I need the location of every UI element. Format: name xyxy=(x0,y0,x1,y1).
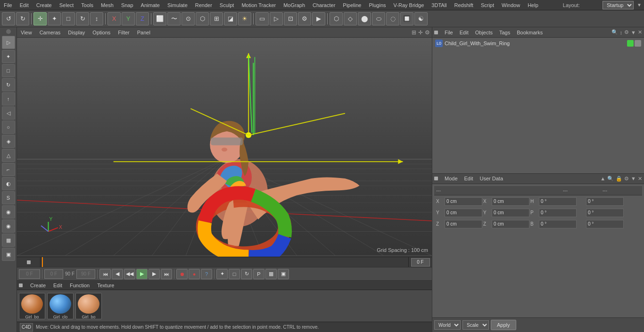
scale-tool-button[interactable]: □ xyxy=(62,12,75,25)
transform-tool-button[interactable]: ↕ xyxy=(90,12,103,25)
coord-z-pos[interactable] xyxy=(445,220,482,228)
sidebar-auto-key[interactable]: ◉ xyxy=(2,219,15,233)
edge-tool-button[interactable]: ◇ xyxy=(344,12,357,25)
attrs-settings-icon[interactable]: ⚙ xyxy=(624,176,629,182)
rotate-tool-button[interactable]: ↻ xyxy=(76,12,89,25)
attrs-mode-btn[interactable]: Mode xyxy=(443,175,460,182)
goto-start-button[interactable]: ⏮ xyxy=(99,269,111,279)
attrs-user-data-btn[interactable]: User Data xyxy=(478,175,505,182)
coord-y-pos[interactable] xyxy=(445,209,482,217)
transport-current-frame[interactable] xyxy=(19,269,40,279)
keyframe-all-button[interactable]: P xyxy=(253,269,264,279)
render-region-button[interactable]: ▭ xyxy=(256,12,269,25)
menu-3dtall[interactable]: 3DTAll xyxy=(428,1,450,9)
sidebar-record[interactable]: ◉ xyxy=(2,205,15,219)
menu-motion-tracker[interactable]: Motion Tracker xyxy=(238,1,280,9)
keyframe-grid-button[interactable]: ▦ xyxy=(265,269,277,279)
menu-redshift[interactable]: Redshift xyxy=(451,1,477,9)
sculpt-button[interactable]: ◌ xyxy=(386,12,399,25)
coord-p2-val[interactable] xyxy=(586,209,624,217)
attrs-edit-btn[interactable]: Edit xyxy=(462,175,475,182)
menu-help[interactable]: Help xyxy=(524,1,542,9)
menu-character[interactable]: Character xyxy=(309,1,339,9)
attrs-lock-icon[interactable]: 🔒 xyxy=(616,176,622,182)
select-tool-button[interactable]: ✛ xyxy=(33,12,47,25)
render-active-button[interactable]: ▷ xyxy=(270,12,283,25)
render-settings-button[interactable]: ⚙ xyxy=(298,12,311,25)
goto-end-button[interactable]: ⏭ xyxy=(161,269,172,279)
vp-maximize-icon[interactable]: ⊞ xyxy=(412,29,416,36)
materials-create-menu[interactable]: Create xyxy=(28,282,48,289)
sidebar-floor[interactable]: ⌐ xyxy=(2,163,15,176)
objects-settings-icon[interactable]: ⚙ xyxy=(624,29,629,35)
keyframe-rotate-button[interactable]: ↻ xyxy=(241,269,252,279)
sidebar-object-mode[interactable]: ○ xyxy=(2,121,15,134)
coord-h-val[interactable] xyxy=(539,197,577,206)
materials-edit-menu[interactable]: Edit xyxy=(51,282,64,289)
menu-file[interactable]: File xyxy=(0,1,16,9)
sidebar-model-mode[interactable]: ◁ xyxy=(2,106,15,120)
viewport-canvas[interactable]: Perspective xyxy=(17,38,432,257)
cube-button[interactable]: ⬜ xyxy=(153,12,166,25)
keyframe-scale-button[interactable]: □ xyxy=(229,269,240,279)
coord-y-rot[interactable] xyxy=(492,209,529,217)
apply-button[interactable]: Apply xyxy=(491,320,516,330)
menu-pipeline[interactable]: Pipeline xyxy=(339,1,365,9)
material-item-2[interactable]: Girl_bo xyxy=(75,293,102,319)
objects-edit-menu[interactable]: Edit xyxy=(458,29,471,36)
menu-sculpt[interactable]: Sculpt xyxy=(216,1,238,9)
menu-window[interactable]: Window xyxy=(498,1,524,9)
vp-move-icon[interactable]: ✛ xyxy=(418,29,423,36)
vp-options-menu[interactable]: Options xyxy=(91,29,112,36)
coord-b-val[interactable] xyxy=(539,220,577,228)
deformer-button[interactable]: ⬡ xyxy=(196,12,209,25)
objects-tags-menu[interactable]: Tags xyxy=(497,29,512,36)
menu-simulate[interactable]: Simulate xyxy=(164,1,191,9)
coord-x-pos[interactable] xyxy=(445,197,482,206)
object-row-0[interactable]: L0 Child_Girl_With_Swim_Ring xyxy=(433,39,643,48)
vp-cameras-menu[interactable]: Cameras xyxy=(38,29,63,36)
light-button[interactable]: ☀ xyxy=(238,12,251,25)
objects-close-icon[interactable]: ✕ xyxy=(638,29,642,35)
toggle-button[interactable]: ☯ xyxy=(414,12,428,25)
menu-select[interactable]: Select xyxy=(56,1,78,9)
play-back-button[interactable]: ◀◀ xyxy=(124,269,135,279)
sidebar-half[interactable]: ◐ xyxy=(2,177,15,190)
step-back-button[interactable]: ◀ xyxy=(112,269,123,279)
objects-menu[interactable]: Objects xyxy=(473,29,495,36)
generator-button[interactable]: ⊙ xyxy=(182,12,195,25)
sidebar-texture-mode[interactable]: ◈ xyxy=(2,135,15,148)
material-item-1[interactable]: Girl_clo xyxy=(47,293,74,319)
scale-dropdown[interactable]: Scale Size xyxy=(462,320,489,330)
camera-button[interactable]: ◪ xyxy=(224,12,237,25)
object-tag-grey-0[interactable] xyxy=(635,40,641,47)
world-dropdown[interactable]: World Local xyxy=(434,320,461,330)
render-to-picture-button[interactable]: ⊡ xyxy=(284,12,297,25)
keyframe-move-button[interactable]: ✦ xyxy=(216,269,228,279)
layout-select[interactable]: Startup xyxy=(603,1,634,9)
polygon-tool-button[interactable]: ⬡ xyxy=(330,12,343,25)
attrs-search-icon[interactable]: 🔍 xyxy=(607,176,614,182)
sidebar-s[interactable]: S xyxy=(2,191,15,204)
transport-preview-start[interactable] xyxy=(76,269,95,279)
objects-bookmarks-menu[interactable]: Bookmarks xyxy=(515,29,545,36)
objects-search-icon[interactable]: 🔍 xyxy=(611,29,618,35)
menu-edit[interactable]: Edit xyxy=(16,1,33,9)
play-forward-button[interactable]: ▶ xyxy=(136,269,148,279)
z-axis-button[interactable]: Z xyxy=(136,12,149,25)
undo-button[interactable]: ↺ xyxy=(2,12,15,25)
vp-display-menu[interactable]: Display xyxy=(66,29,87,36)
sidebar-grid[interactable]: ▦ xyxy=(2,234,15,247)
sidebar-rigging[interactable]: △ xyxy=(2,149,15,162)
transport-start-frame[interactable] xyxy=(44,269,63,279)
menu-plugins[interactable]: Plugins xyxy=(365,1,389,9)
snap-button[interactable]: 🔲 xyxy=(400,12,413,25)
material-item-0[interactable]: Girl_bo xyxy=(19,293,45,319)
menu-tools[interactable]: Tools xyxy=(77,1,97,9)
sidebar-scale-tool[interactable]: □ xyxy=(2,64,15,77)
coord-x-rot[interactable] xyxy=(492,197,529,206)
menu-create[interactable]: Create xyxy=(33,1,56,9)
coord-h2-val[interactable] xyxy=(586,197,624,206)
menu-animate[interactable]: Animate xyxy=(137,1,164,9)
array-button[interactable]: ⊞ xyxy=(210,12,223,25)
